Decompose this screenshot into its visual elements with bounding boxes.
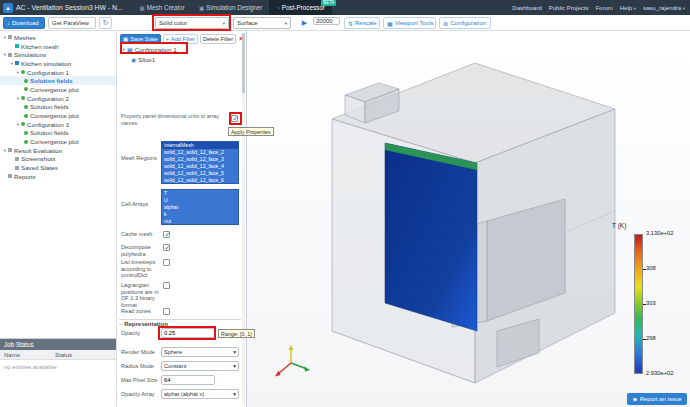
render-mode-select[interactable]: Sphere ▾ [161,347,239,357]
tree-item-solution-fields-3[interactable]: Solution fields [0,129,116,138]
tree-item-convergence-plot-3[interactable]: Convergence plot [0,137,116,146]
list-item[interactable]: solid_12_solid_12_face_4 [162,163,238,170]
opacity-range-tooltip: Range: [0, 1] [218,329,255,338]
read-zones-checkbox[interactable] [163,308,170,315]
job-status-panel: Job Status Name Status no entities avail… [0,338,117,407]
tree-item-result-evaluation[interactable]: ▾Result Evaluation [0,146,116,155]
tree-item-configuration-3[interactable]: ▾Configuration 3 [0,120,116,129]
list-item[interactable]: solid_12_solid_12_face_5 [162,170,238,177]
representation-select[interactable]: Surface ▾ [233,17,291,29]
result-evaluation-icon [8,148,12,152]
get-paraview-label: Get ParaView [52,20,89,26]
tree-item-solution-fields-2[interactable]: Solution fields [0,103,116,112]
decompose-polyhedra-checkbox[interactable] [163,244,170,251]
render-mode-row: Render Mode Sphere ▾ [117,347,243,359]
list-item[interactable]: nut [162,218,238,225]
tree-item-screenshots[interactable]: Screenshots [0,155,116,164]
chevron-down-icon: ▾ [285,21,287,26]
list-item[interactable]: solid_12_solid_12_face_2 [162,149,238,156]
axis-y-arrow [289,345,294,350]
lagrangian-positions-checkbox[interactable] [163,282,170,289]
list-timesteps-checkbox[interactable] [163,259,170,266]
opacity-array-select[interactable]: alphat (alphat x) ▾ [161,389,239,399]
mesh-regions-listbox[interactable]: internalMesh solid_12_solid_12_face_2 so… [161,141,239,184]
nav-dashboard[interactable]: Dashboard [512,5,541,11]
tree-item-meshes[interactable]: ▾Meshes [0,33,116,42]
list-item[interactable]: solid_12_solid_12_face_3 [162,156,238,163]
tab-post-processor[interactable]: ◔ Post-Processor BETA [269,0,331,15]
check-circle-icon [21,122,25,126]
list-item[interactable]: internalMesh [162,142,238,149]
list-item[interactable]: solid_12_solid_12_face_6 [162,177,238,184]
project-tree: ▾Meshes Kitchen mesh ▾Simulations ▾Kitch… [0,31,117,338]
post-processor-icon: ◔ [276,5,279,11]
delete-filter-button[interactable]: Delete Filter [200,34,236,44]
render-viewport[interactable]: T (K) 3.130e+02 308 303 298 2.930e+02 [247,31,690,407]
scrollbar-thumb[interactable] [242,33,245,93]
legend-tick: 303 [646,300,656,306]
opacity-input[interactable] [161,328,215,338]
tab-mesh-creator[interactable]: ▦ Mesh Creator [133,0,192,15]
nav-forum[interactable]: Forum [595,5,612,11]
list-item[interactable]: T [162,190,238,197]
refresh-button[interactable]: ↻ [99,17,112,29]
representation-section-header[interactable]: − Representation [119,319,241,327]
report-issue-button[interactable]: ⚑ Report an issue [627,393,687,405]
tree-item-convergence-plot-2[interactable]: Convergence plot [0,111,116,120]
configuration-label: Configuration [450,20,486,26]
download-button[interactable]: ↓ Download [3,17,45,29]
panel-scrollbar[interactable] [242,33,245,405]
post-processor-toolbar: ↓ Download Get ParaView ↻ Solid color ▾ … [0,15,690,31]
radius-mode-select[interactable]: Constant ▾ [161,361,239,371]
list-item[interactable]: k [162,211,238,218]
max-pixel-size-label: Max Pixel Size [121,377,159,384]
timestep-input[interactable] [313,17,340,25]
color-by-select[interactable]: Solid color ▾ [155,17,229,29]
tree-item-configuration-1[interactable]: ▾Configuration 1 [0,68,116,77]
check-circle-icon [21,70,25,74]
pipeline-item-slice1[interactable]: ◉ Slice1 [121,54,243,64]
download-label: Download [12,20,39,26]
mesh-creator-icon: ▦ [140,5,145,11]
app-logo-icon[interactable]: ▲ [3,3,13,13]
play-button[interactable]: ▶ [298,17,311,29]
tab-simulation-designer[interactable]: ▣ Simulation Designer [192,0,270,15]
rescale-button[interactable]: ⇅ Rescale [344,17,380,29]
save-state-button[interactable]: ▣ Save State [120,34,161,44]
tree-item-configuration-2[interactable]: ▾Configuration 2 [0,94,116,103]
tree-item-solution-fields-1[interactable]: Solution fields [0,76,116,85]
list-item[interactable]: alphat [162,204,238,211]
viewport-tools-button[interactable]: ▦ Viewport Tools [383,17,436,29]
eye-icon[interactable]: ◉ [131,56,136,63]
apply-properties-checkbox[interactable] [231,115,238,122]
legend-colorbar [634,234,643,374]
user-menu[interactable]: sasu_rajendra ▾ [643,5,685,11]
max-pixel-size-input[interactable] [161,375,215,385]
cell-arrays-row: Cell Arrays T U alphat k nut [117,189,243,227]
tree-item-simulations[interactable]: ▾Simulations [0,50,116,59]
tree-item-kitchen-simulation[interactable]: ▾Kitchen simulation [0,59,116,68]
tree-item-kitchen-mesh[interactable]: Kitchen mesh [0,42,116,51]
legend-tick: 308 [646,265,656,271]
tree-item-saved-states[interactable]: Saved States [0,163,116,172]
solution-fields-icon [24,79,28,83]
check-circle-icon [21,96,25,100]
cell-arrays-listbox[interactable]: T U alphat k nut [161,189,239,225]
tree-item-convergence-plot-1[interactable]: Convergence plot [0,85,116,94]
nav-help[interactable]: Help ▾ [620,5,636,11]
pipeline-item-configuration-1[interactable]: ▾ ▦ Configuration 1 [121,44,243,54]
cache-mesh-checkbox[interactable] [163,231,170,238]
column-status: Status [55,352,72,358]
solution-fields-icon [24,105,28,109]
report-issue-label: Report an issue [640,396,682,402]
add-filter-button[interactable]: + Add Filter [163,34,198,44]
nav-public-projects[interactable]: Public Projects [549,5,589,11]
get-paraview-button[interactable]: Get ParaView [48,17,96,29]
list-item[interactable]: U [162,197,238,204]
configuration-button[interactable]: ⚙ Configuration [439,17,491,29]
chevron-down-icon: ▾ [233,363,236,369]
collapse-icon[interactable]: − [119,321,123,327]
tree-item-reports[interactable]: Reports [0,172,116,181]
temperature-slice [385,143,477,331]
simulation-icon [15,61,19,65]
